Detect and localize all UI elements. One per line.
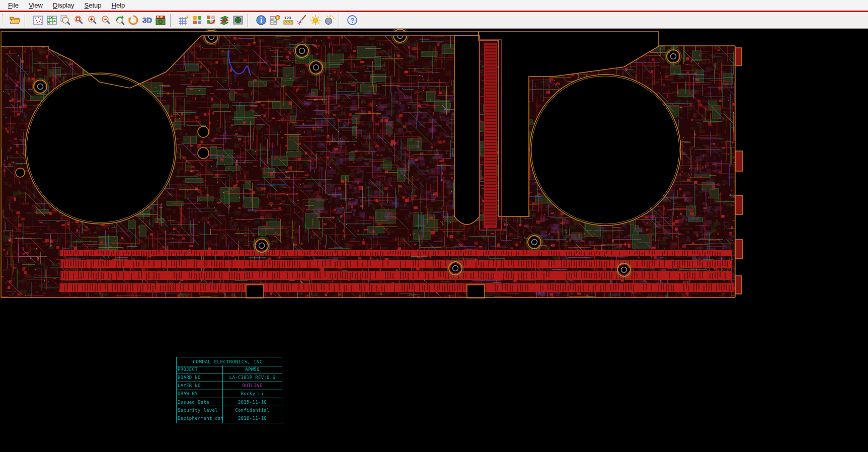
open-file-icon: [9, 14, 21, 26]
zoom-window-button[interactable]: [58, 14, 72, 27]
show-components-button[interactable]: [190, 14, 204, 27]
title-block-label: Security level: [177, 406, 223, 414]
svg-text:i: i: [277, 16, 278, 20]
object-info-icon: [255, 14, 267, 26]
toggle-grid-icon: [178, 14, 190, 26]
title-block-value: APW50: [223, 365, 282, 373]
move-component-button[interactable]: [204, 14, 217, 27]
title-block-label: Issued Date: [177, 398, 223, 406]
pcb-viewer-window: { "menubar": { "items": [ {"id": "file",…: [0, 0, 868, 452]
board-overview-icon: [32, 14, 44, 26]
toolbar-separator: [170, 14, 174, 27]
component-list-button[interactable]: i: [268, 14, 281, 27]
title-block-label: DRAW BY: [177, 390, 223, 398]
open-file-button[interactable]: [8, 14, 22, 27]
menu-file[interactable]: File: [3, 1, 24, 11]
zoom-area-button[interactable]: [72, 14, 86, 27]
show-components-icon: [191, 14, 203, 26]
measure-button[interactable]: 123: [281, 14, 295, 27]
menu-bar: File View Display Setup Help: [0, 0, 868, 11]
zoom-area-icon: [73, 14, 85, 26]
board-overview-button[interactable]: [31, 14, 45, 27]
toolbar-separator: [25, 14, 28, 27]
highlight-icon: [296, 14, 308, 26]
layer-stack-icon: [218, 14, 230, 26]
previous-view-icon: [114, 14, 126, 26]
show-nets-icon: [232, 14, 244, 26]
title-block-label: Decipherment date: [177, 414, 223, 422]
svg-text:FLIP: FLIP: [156, 16, 163, 19]
board-flip-icon: FLIP: [154, 14, 167, 26]
title-block-value: OUTLINE: [223, 382, 282, 390]
help-icon: ?: [346, 14, 358, 26]
help-button[interactable]: ?: [345, 14, 359, 27]
layer-stack-button[interactable]: [217, 14, 231, 27]
svg-text:?: ?: [350, 17, 354, 24]
pcb-board-canvas[interactable]: [0, 29, 868, 452]
zoom-out-icon: [100, 14, 112, 26]
toolbar-group-5: ?: [344, 13, 360, 28]
title-block-label: BOARD NO: [177, 373, 223, 382]
board-grid-icon: [46, 14, 58, 26]
title-block-value: 2015-11-10: [223, 398, 282, 406]
toolbar: 3DFLIPi123?: [0, 12, 868, 29]
title-block-label: PROJECT: [177, 365, 223, 373]
svg-text:3D: 3D: [142, 16, 152, 24]
brightness-icon: [309, 14, 322, 26]
previous-view-button[interactable]: [113, 14, 126, 27]
highlight-button[interactable]: [295, 14, 308, 27]
toolbar-group-4: i123: [253, 13, 337, 28]
menu-view[interactable]: View: [24, 1, 48, 11]
redraw-icon: [127, 14, 139, 26]
pcb-title-block: COMPAL ELECTRONICS, INC. PROJECTAPW50BOA…: [176, 357, 282, 423]
title-block-value: LA-C381P REV:0.6: [223, 373, 282, 382]
board-grid-view-button[interactable]: [45, 14, 58, 27]
toolbar-group-3: [175, 13, 246, 28]
component-list-icon: i: [269, 14, 281, 26]
view-3d-icon: 3D: [141, 14, 153, 26]
zoom-out-button[interactable]: [99, 14, 113, 27]
menu-help[interactable]: Help: [107, 1, 130, 11]
view-3d-button[interactable]: 3D: [140, 14, 153, 27]
toolbar-gripper: [2, 14, 5, 26]
dim-background-icon: [323, 14, 335, 26]
menu-display[interactable]: Display: [48, 1, 80, 11]
title-block-value: Confidential: [223, 406, 282, 414]
svg-text:123: 123: [284, 16, 291, 20]
board-flip-button[interactable]: FLIP: [153, 14, 167, 27]
title-block-label: LAYER NO: [177, 382, 223, 390]
toolbar-separator: [339, 14, 342, 27]
toolbar-group-1: [7, 13, 23, 28]
object-info-button[interactable]: [254, 14, 268, 27]
title-block-value: Rocky_Li: [223, 390, 282, 398]
menu-setup[interactable]: Setup: [80, 1, 107, 11]
zoom-in-button[interactable]: [86, 14, 99, 27]
toolbar-group-2: 3DFLIP: [30, 13, 169, 28]
toolbar-separator: [248, 14, 251, 27]
board-viewport: [0, 29, 868, 452]
show-nets-button[interactable]: [231, 14, 245, 27]
zoom-in-icon: [87, 14, 99, 26]
redraw-button[interactable]: [126, 14, 140, 27]
dim-background-button[interactable]: [322, 14, 336, 27]
brightness-button[interactable]: [308, 14, 322, 27]
move-component-icon: [205, 14, 217, 26]
toggle-grid-button[interactable]: [177, 14, 190, 27]
zoom-window-icon: [59, 14, 71, 26]
measure-icon: 123: [282, 14, 294, 26]
title-block-value: 2016-11-10: [223, 414, 282, 422]
